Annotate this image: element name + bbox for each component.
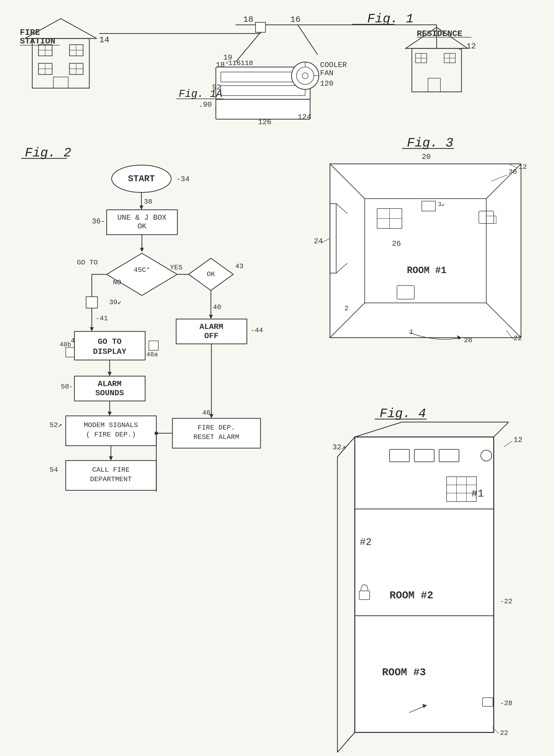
num-14: 14 xyxy=(99,35,109,45)
num-26-fig3: 26 xyxy=(392,240,401,248)
svg-rect-86 xyxy=(330,164,521,338)
num-28-fig3: 28 xyxy=(464,337,473,344)
num-3-fig3: 3↙ xyxy=(438,201,445,208)
num-41: -41 xyxy=(96,314,108,322)
room3-label-fig4: ROOM #3 xyxy=(382,667,426,678)
num-24-fig3: 24 xyxy=(314,237,323,246)
num-30-fig3: 30 xyxy=(509,168,517,176)
svg-rect-65 xyxy=(149,341,158,350)
fire-station-label: FIRE xyxy=(20,28,40,37)
num-54: 54 xyxy=(50,466,58,474)
num-116: 116 xyxy=(228,59,241,67)
start-node: START xyxy=(128,174,155,184)
num-52: 52↗ xyxy=(50,421,62,429)
patent-drawing-page: Fig. 1 FIRE STATION 14 xyxy=(0,0,554,756)
alarm-sounds-node2: SOUNDS xyxy=(95,389,124,398)
une-jbox-node2: OK xyxy=(137,222,146,231)
num-43: 43 xyxy=(235,262,243,270)
num-120: 120 xyxy=(320,80,333,88)
cooler-fan-label: COOLER xyxy=(320,61,347,69)
num-90: .90 xyxy=(199,101,212,109)
num-118: 118 xyxy=(241,59,253,67)
num-46: 46 xyxy=(202,409,211,417)
num-39: 39↙ xyxy=(109,298,122,306)
num-16: 16 xyxy=(290,15,300,24)
ok-node: OK xyxy=(207,270,215,278)
num-2-fig3: 2 xyxy=(344,305,348,312)
no-label: NO xyxy=(113,279,121,286)
une-jbox-node: UNE & J BOX xyxy=(117,213,166,222)
num-22-room2: -22 xyxy=(500,598,512,605)
num-22-fig3: 22 xyxy=(513,335,522,342)
fig1a-title: Fig. 1A xyxy=(179,88,222,100)
go-to-label: GO TO xyxy=(77,259,98,266)
call-fire-dept-node: CALL FIRE xyxy=(92,466,129,474)
num-40: 40 xyxy=(213,303,221,311)
num-22-bottom: 22 xyxy=(500,729,508,737)
alarm-off-node: ALARM xyxy=(200,322,223,332)
num-20-fig3: 20 xyxy=(422,153,431,161)
go-to-display-node: GO TO xyxy=(98,337,122,346)
num-28-room3: -28 xyxy=(500,699,512,707)
svg-rect-109 xyxy=(355,437,494,733)
panel-num2: #2 xyxy=(360,537,372,548)
svg-point-83 xyxy=(155,432,158,435)
modem-signals-node: MODEM SIGNALS xyxy=(84,421,138,429)
num-124: 124 xyxy=(298,113,311,121)
panel-num1: #1 xyxy=(472,488,484,500)
num-50: 50- xyxy=(61,383,73,391)
num-12-fig3: 12 xyxy=(518,163,527,171)
num-18: 18 xyxy=(243,15,253,24)
num-12-residence: 12 xyxy=(466,42,476,51)
fire-station-label2: STATION xyxy=(20,37,55,46)
cooler-fan-label2: FAN xyxy=(320,69,333,78)
room2-label-fig4: ROOM #2 xyxy=(390,590,433,602)
num-126: 126 xyxy=(258,118,271,127)
call-fire-dept-node2: DEPARTMENT xyxy=(90,475,132,483)
num-38: 38 xyxy=(144,198,152,206)
alarm-sounds-node: ALARM xyxy=(98,380,122,389)
num-1-fig3: 1 xyxy=(409,328,413,336)
go-to-display-node2: DISPLAY xyxy=(93,347,126,356)
fire-dep-reset-node2: RESET ALARM xyxy=(193,433,239,441)
modem-signals-node2: ( FIRE DEP.) xyxy=(86,431,136,439)
svg-rect-21 xyxy=(256,22,266,32)
num-12-fig4: 12 xyxy=(513,436,522,444)
yes-label: YES xyxy=(170,264,182,271)
num-34: -34 xyxy=(176,175,189,184)
svg-rect-57 xyxy=(86,297,98,308)
num-44: -44 xyxy=(251,326,263,334)
num-36: 36- xyxy=(92,217,105,226)
room1-label-fig3: ROOM #1 xyxy=(407,265,447,276)
svg-rect-63 xyxy=(66,348,75,357)
svg-rect-25 xyxy=(216,99,310,119)
num-48a: 48a xyxy=(146,351,158,358)
num-48b: 48b xyxy=(60,341,71,348)
num-32-fig4: 32↗ xyxy=(332,443,346,452)
fire-dep-reset-node: FIRE DEP. xyxy=(198,424,235,432)
decision-45c: 45C° xyxy=(133,266,150,274)
alarm-off-node2: OFF xyxy=(204,332,219,341)
